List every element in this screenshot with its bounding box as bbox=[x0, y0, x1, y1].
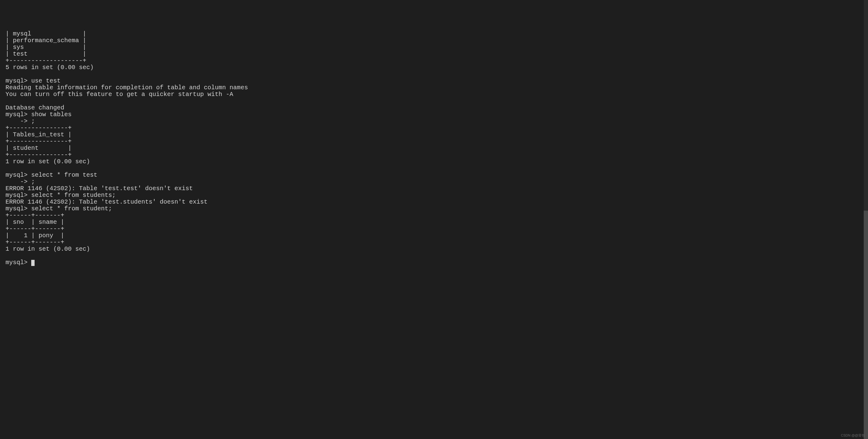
terminal-line: Reading table information for completion… bbox=[5, 84, 248, 91]
terminal-line: ERROR 1146 (42S02): Table 'test.students… bbox=[5, 198, 208, 205]
terminal-line: You can turn off this feature to get a q… bbox=[5, 91, 233, 98]
terminal-line: +--------------------+ bbox=[5, 57, 86, 64]
terminal-line: | Tables_in_test | bbox=[5, 131, 72, 138]
terminal-line: +----------------+ bbox=[5, 138, 72, 145]
terminal-line: +------+-------+ bbox=[5, 225, 64, 232]
terminal-line: mysql> use test bbox=[5, 77, 61, 85]
terminal-line: -> ; bbox=[5, 118, 35, 125]
terminal-line: 1 row in set (0.00 sec) bbox=[5, 245, 90, 252]
terminal-line: 5 rows in set (0.00 sec) bbox=[5, 64, 94, 71]
terminal-line: mysql> select * from student; bbox=[5, 205, 112, 212]
terminal-line: ERROR 1146 (42S02): Table 'test.test' do… bbox=[5, 185, 193, 192]
terminal-line: +----------------+ bbox=[5, 125, 72, 131]
terminal-output[interactable]: | mysql | | performance_schema | | sys |… bbox=[5, 31, 863, 266]
terminal-prompt: mysql> bbox=[5, 259, 31, 266]
scrollbar-thumb[interactable] bbox=[864, 211, 868, 439]
watermark-text: CSDN @@背包 bbox=[841, 434, 865, 437]
terminal-line: mysql> select * from students; bbox=[5, 192, 116, 199]
terminal-line: +------+-------+ bbox=[5, 212, 64, 219]
scrollbar-track[interactable] bbox=[864, 0, 868, 439]
terminal-line: -> ; bbox=[5, 178, 35, 185]
terminal-line: mysql> show tables bbox=[5, 111, 72, 118]
terminal-line: 1 row in set (0.00 sec) bbox=[5, 158, 90, 165]
terminal-line: | sno | sname | bbox=[5, 218, 64, 226]
terminal-line: +------+-------+ bbox=[5, 239, 64, 246]
terminal-line: | mysql | bbox=[5, 30, 86, 37]
terminal-line: | student | bbox=[5, 145, 72, 151]
terminal-line: mysql> select * from test bbox=[5, 171, 97, 178]
terminal-line: | test | bbox=[5, 50, 86, 58]
terminal-line: +----------------+ bbox=[5, 151, 72, 158]
cursor-icon bbox=[31, 260, 35, 266]
terminal-line: | performance_schema | bbox=[5, 37, 86, 44]
terminal-line: | sys | bbox=[5, 44, 86, 51]
terminal-line: Database changed bbox=[5, 104, 64, 111]
terminal-line: | 1 | pony | bbox=[5, 232, 64, 239]
